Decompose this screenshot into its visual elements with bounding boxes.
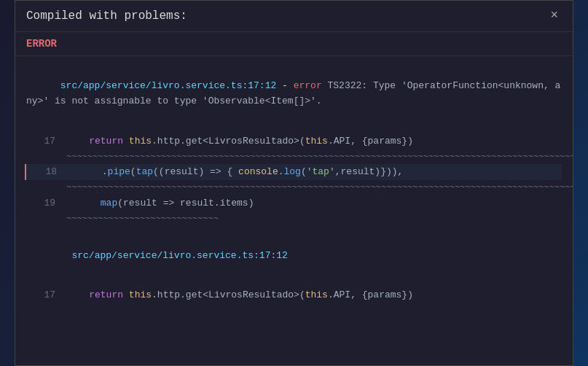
squiggly-chars-19: ~~~~~~~~~~~~~~~~~~~~~~~~~~~~~ xyxy=(66,211,219,226)
second-file-path-line: src/app/service/livro.service.ts:17:12 xyxy=(26,233,562,279)
code-block-1: 17 return this.http.get<LivrosResultado>… xyxy=(26,133,562,226)
squiggly-chars-17: ~~~~~~~~~~~~~~~~~~~~~~~~~~~~~~~~~~~~~~~~… xyxy=(66,149,573,164)
error-header: Compiled with problems: × xyxy=(15,1,573,32)
line-code-19: map(result => result.items) xyxy=(66,195,254,211)
error-description-line: src/app/service/livro.service.ts:17:12 -… xyxy=(26,63,562,124)
code-line-19: 19 map(result => result.items) xyxy=(26,195,562,211)
error-title: Compiled with problems: xyxy=(26,8,187,24)
squiggly-num-19 xyxy=(26,211,55,226)
error-keyword: error xyxy=(294,80,322,91)
second-line-code-17: return this.http.get<LivrosResultado>(th… xyxy=(66,287,413,303)
code-line-18: 18 .pipe(tap((result) => { console.log('… xyxy=(25,164,562,180)
second-line-num-17: 17 xyxy=(26,287,55,303)
squiggly-19: ~~~~~~~~~~~~~~~~~~~~~~~~~~~~~ xyxy=(26,211,562,226)
error-file-path: src/app/service/livro.service.ts:17:12 xyxy=(60,80,276,91)
squiggly-num-17 xyxy=(26,149,55,164)
second-error-block: src/app/service/livro.service.ts:17:12 1… xyxy=(26,233,562,303)
squiggly-num-18 xyxy=(26,180,55,195)
error-panel: Compiled with problems: × ERROR src/app/… xyxy=(15,0,573,366)
squiggly-17: ~~~~~~~~~~~~~~~~~~~~~~~~~~~~~~~~~~~~~~~~… xyxy=(26,149,562,164)
line-num-19: 19 xyxy=(26,195,55,211)
second-code-line-17: 17 return this.http.get<LivrosResultado>… xyxy=(26,287,562,303)
line-code-17: return this.http.get<LivrosResultado>(th… xyxy=(66,133,413,149)
line-num-18: 18 xyxy=(28,164,57,180)
code-block-2: 17 return this.http.get<LivrosResultado>… xyxy=(26,287,562,303)
squiggly-chars-18: ~~~~~~~~~~~~~~~~~~~~~~~~~~~~~~~~~~~~~~~~… xyxy=(66,180,573,195)
close-button[interactable]: × xyxy=(546,8,562,21)
error-label: ERROR xyxy=(15,32,573,56)
error-body: src/app/service/livro.service.ts:17:12 -… xyxy=(15,56,573,348)
error-code-num: TS2322: xyxy=(328,80,368,91)
error-dash: - xyxy=(276,80,293,91)
second-error-file-path: src/app/service/livro.service.ts:17:12 xyxy=(71,250,287,261)
line-code-18: .pipe(tap((result) => { console.log('tap… xyxy=(68,164,403,180)
squiggly-18: ~~~~~~~~~~~~~~~~~~~~~~~~~~~~~~~~~~~~~~~~… xyxy=(26,180,562,195)
code-line-17: 17 return this.http.get<LivrosResultado>… xyxy=(26,133,562,149)
line-num-17: 17 xyxy=(26,133,55,149)
